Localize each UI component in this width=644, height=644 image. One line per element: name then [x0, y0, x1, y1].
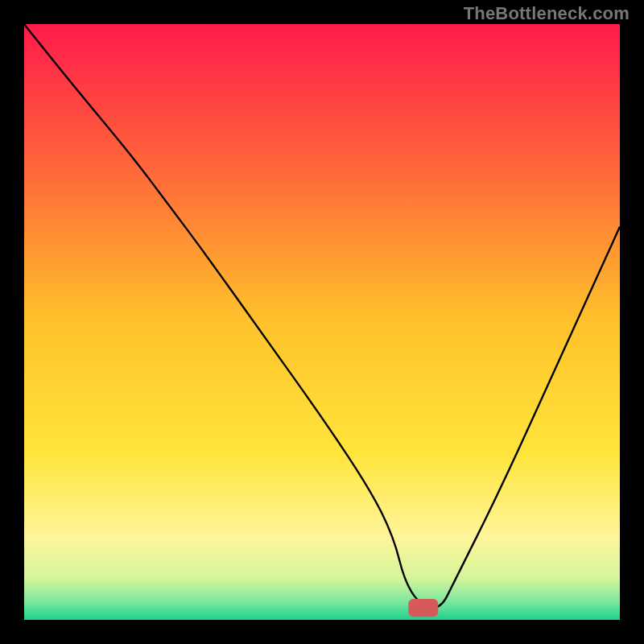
watermark-text: TheBottleneck.com — [464, 3, 630, 24]
optimal-marker — [408, 599, 438, 617]
chart-wrapper: TheBottleneck.com — [0, 0, 644, 644]
bottleneck-chart — [24, 24, 620, 620]
chart-background — [24, 24, 620, 620]
